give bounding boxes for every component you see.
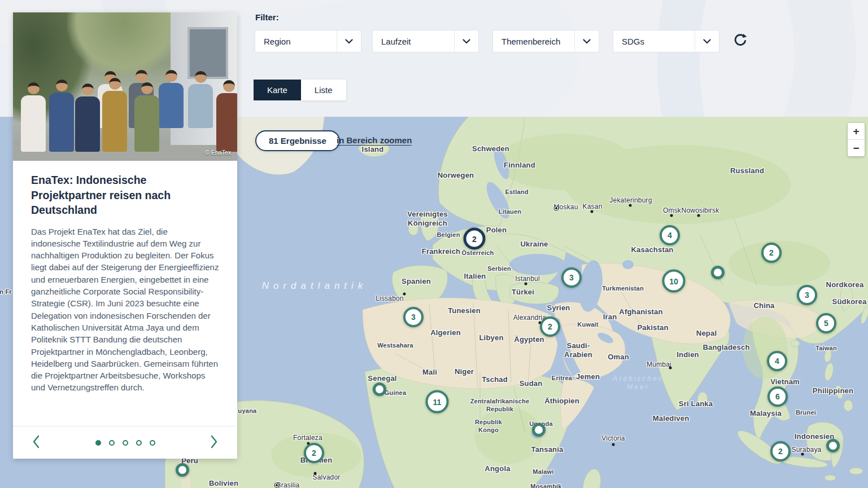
map-cluster-marker[interactable]: 3 [403,307,424,327]
city-dot [314,472,317,475]
map-label: Republik Kongo [475,419,502,434]
chevron-down-icon [575,39,599,44]
map-label: Istanbul [515,275,540,283]
map-label: Nepal [696,329,717,338]
project-photo: © EnaTex [13,12,237,161]
map-cluster-marker[interactable]: 2 [761,243,782,263]
person-silhouette [216,80,237,152]
map-cluster-marker[interactable]: 3 [561,267,582,288]
map-label: Kasan [582,203,602,211]
map-label: Äthiopien [544,397,579,406]
map-label: Guinea [385,389,407,397]
map-label: Estland [505,188,528,196]
map-label: Frankreich [422,247,460,256]
map-marker[interactable] [711,266,725,279]
map-label: n Fr [0,288,12,296]
city-dot [669,367,672,370]
tab-liste[interactable]: Liste [301,80,346,100]
chevron-down-icon [455,39,478,44]
map-label: Spanien [402,277,431,286]
photo-trees [67,12,180,77]
map-cluster-marker[interactable]: 2 [770,441,791,461]
map-label: Jekaterinburg [609,196,652,205]
card-title: EnaTex: Indonesische Projektpartner reis… [31,173,219,218]
map-cluster-marker[interactable]: 2 [304,443,324,463]
map-label: Ägypten [514,335,544,344]
map-label: Philippinen [813,386,853,395]
reset-filters-button[interactable] [731,32,749,50]
map-label: uyana [238,407,257,415]
map-label: Surabaya [792,446,822,454]
map-label: Vereinigtes Königreich [407,210,448,228]
map-label: China [753,301,774,310]
map-label: Kasachstan [631,245,674,254]
map-cluster-marker[interactable]: 3 [797,285,817,305]
city-dot [403,293,406,296]
carousel-controls [13,426,237,459]
map-label: Lissabon [376,294,404,303]
map-label: Mali [422,368,437,377]
themenbereich-dropdown[interactable]: Themenbereich [493,30,599,52]
map-label: Island [362,145,384,154]
results-badge[interactable]: 81 Ergebnisse [255,130,340,151]
person-silhouette [188,71,213,128]
carousel-dot[interactable] [95,440,101,446]
carousel-dot[interactable] [150,440,155,446]
map-cluster-marker[interactable]: 10 [662,270,686,293]
capital-city-dot [274,483,280,488]
map-marker[interactable] [532,423,546,437]
map-zoom-out-button[interactable]: − [848,140,865,156]
laufzeit-dropdown[interactable]: Laufzeit [373,30,478,52]
map-cluster-marker[interactable]: 4 [767,351,787,371]
map-marker[interactable] [373,383,386,396]
map-label: Serbien [487,265,511,273]
map-cluster-marker[interactable]: 11 [426,390,449,414]
map-cluster-marker[interactable]: 2 [464,228,486,250]
map-cluster-marker[interactable]: 4 [660,225,680,245]
map-marker[interactable] [826,439,840,452]
map-label: Bolivien [209,479,238,488]
card-content: EnaTex: Indonesische Projektpartner reis… [13,161,237,426]
map-marker[interactable] [176,463,189,477]
carousel-dots [42,440,208,446]
city-dot [612,443,615,446]
map-label: Nowosibirsk [682,206,719,215]
map-cluster-marker[interactable]: 5 [816,313,836,333]
dropdown-label: SDGs [613,37,695,46]
map-label: Brasilia [277,481,300,488]
carousel-next-button[interactable] [208,433,220,452]
carousel-dot[interactable] [136,440,142,446]
map-label: Nordkorea [826,280,864,289]
map-label: Polen [486,226,507,235]
map-label: Österreich [461,249,494,257]
map-label: Brunei [796,409,816,417]
map-label: Senegal [368,374,396,383]
tab-karte[interactable]: Karte [254,80,301,100]
zoom-area-link[interactable]: in Bereich zoomen [337,135,412,146]
carousel-dot[interactable] [123,440,128,446]
chevron-down-icon [337,39,361,44]
map-label: Türkei [512,288,534,297]
map-cluster-marker[interactable]: 6 [767,386,788,407]
map-zoom-in-button[interactable]: + [848,123,865,139]
carousel-prev-button[interactable] [30,433,42,452]
person-silhouette [159,70,184,128]
map-label: Zentralafrikanische Republik [470,398,530,414]
map-label: Finnland [504,161,535,170]
map-label: Malediven [653,414,690,423]
sdgs-dropdown[interactable]: SDGs [613,30,719,52]
map-label: Mumbai [647,360,671,369]
map-label: Tunesien [448,306,481,315]
city-dot [629,204,632,207]
region-dropdown[interactable]: Region [255,30,361,52]
map-label: Oman [608,353,629,362]
map-label: Indien [677,350,699,359]
map-label: Libyen [479,333,503,342]
map-cluster-marker[interactable]: 2 [540,316,560,337]
carousel-dot[interactable] [109,440,115,446]
map-label: Kuwait [577,321,598,329]
map-label: Tschad [482,375,508,384]
chevron-down-icon [695,39,719,44]
city-dot [591,210,594,213]
project-card: © EnaTex EnaTex: Indonesische Projektpar… [13,12,237,459]
